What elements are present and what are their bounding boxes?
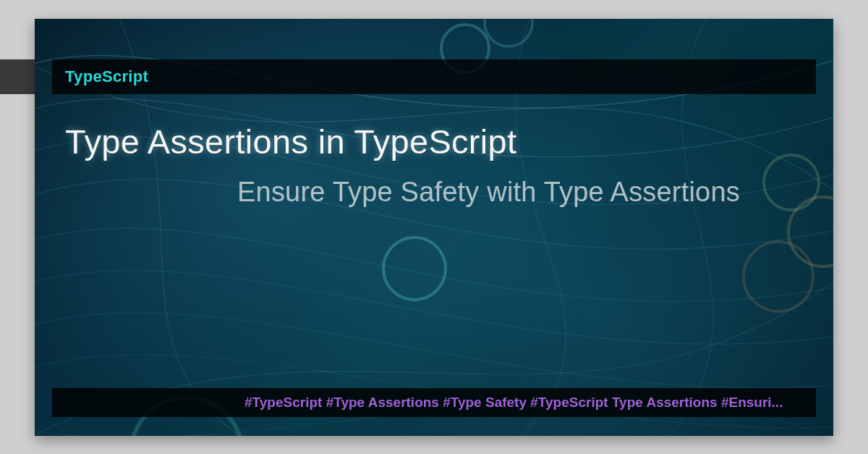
decorative-ring-icon [742, 240, 814, 313]
page-title: Type Assertions in TypeScript [65, 122, 516, 161]
tags-bar: #TypeScript #Type Assertions #Type Safet… [52, 388, 816, 417]
page-subtitle: Ensure Type Safety with Type Assertions [237, 177, 740, 208]
tags-text: #TypeScript #Type Assertions #Type Safet… [244, 395, 783, 411]
decorative-ring-icon [382, 236, 447, 301]
category-bar: TypeScript [52, 59, 816, 94]
category-label: TypeScript [65, 67, 148, 86]
hero-card: TypeScript Type Assertions in TypeScript… [35, 19, 833, 436]
